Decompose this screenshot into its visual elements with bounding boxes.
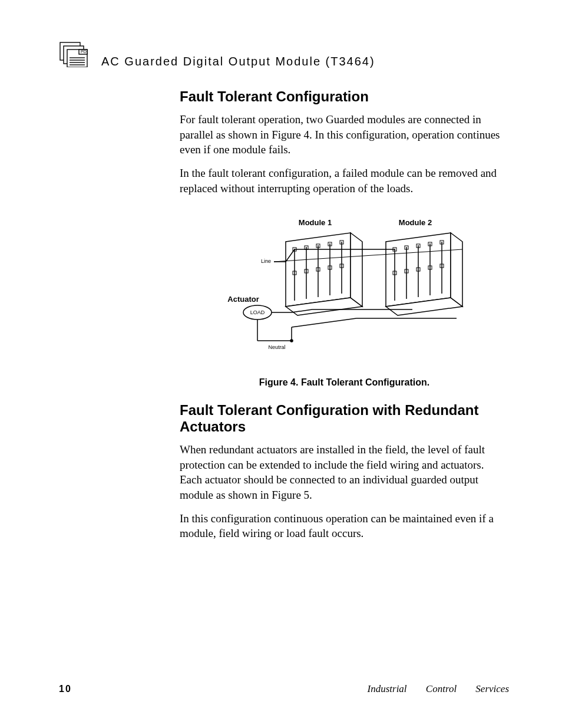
section2-para1: When redundant actuators are installed i… <box>180 442 509 503</box>
section1-para2: In the fault tolerant configuration, a f… <box>180 166 509 196</box>
figure-label-module1: Module 1 <box>298 218 331 227</box>
figure-label-neutral: Neutral <box>268 344 285 350</box>
section2-para2: In this configuration continuous operati… <box>180 511 509 541</box>
page: PD AC Guarded Digital Output Module (T34… <box>0 0 562 728</box>
page-footer: 10 Industrial Control Services <box>59 683 509 695</box>
content-area: Fault Tolerant Configuration For fault t… <box>180 88 509 541</box>
figure-label-actuator: Actuator <box>227 295 259 304</box>
svg-line-52 <box>292 318 356 327</box>
document-icon: PD <box>59 41 91 70</box>
footer-text: Industrial Control Services <box>368 683 509 695</box>
svg-marker-10 <box>351 233 362 307</box>
header-title: AC Guarded Digital Output Module (T3464) <box>101 55 375 70</box>
figure-4-diagram: Module 1 Module 2 <box>215 212 474 360</box>
section2-heading: Fault Tolerant Configuration with Redund… <box>180 402 509 435</box>
page-number: 10 <box>59 684 72 694</box>
module1-box <box>286 233 362 315</box>
svg-marker-28 <box>451 233 462 307</box>
header-icon-label: PD <box>81 50 87 54</box>
figure-label-module2: Module 2 <box>398 218 431 227</box>
figure-4-caption: Figure 4. Fault Tolerant Configuration. <box>180 377 509 388</box>
module2-box <box>386 233 462 315</box>
figure-label-line: Line <box>260 258 270 264</box>
page-header: PD AC Guarded Digital Output Module (T34… <box>59 41 509 70</box>
figure-label-load: LOAD <box>250 309 265 315</box>
section1-heading: Fault Tolerant Configuration <box>180 88 509 105</box>
svg-point-54 <box>290 340 293 342</box>
section1-para1: For fault tolerant operation, two Guarde… <box>180 112 509 157</box>
figure-4: Module 1 Module 2 <box>180 212 509 362</box>
